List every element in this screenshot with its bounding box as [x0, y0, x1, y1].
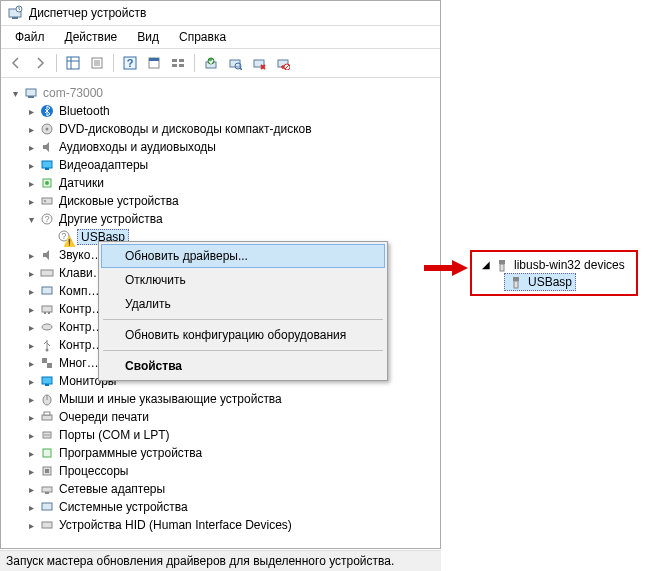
tree-root[interactable]: ▾ com-73000	[5, 84, 436, 102]
tree-item[interactable]: ▸Датчики	[5, 174, 436, 192]
svg-rect-54	[42, 377, 52, 384]
forward-button[interactable]	[29, 52, 51, 74]
collapse-icon[interactable]: ◢	[480, 259, 492, 271]
expand-icon[interactable]: ▸	[25, 429, 37, 441]
tree-item[interactable]: ▸Мыши и иные указывающие устройства	[5, 390, 436, 408]
collapse-icon[interactable]: ▾	[25, 213, 37, 225]
expand-icon[interactable]: ▸	[25, 123, 37, 135]
tree-item[interactable]: ▸Bluetooth	[5, 102, 436, 120]
toolbar-separator	[56, 54, 57, 72]
expand-icon[interactable]: ▸	[25, 375, 37, 387]
tree-item[interactable]: ▸Сетевые адаптеры	[5, 480, 436, 498]
expand-icon[interactable]: ▸	[25, 357, 37, 369]
tree-label: Устройства HID (Human Interface Devices)	[59, 518, 292, 532]
menu-properties[interactable]: Свойства	[101, 354, 385, 378]
menu-help[interactable]: Справка	[169, 28, 236, 46]
device-tree[interactable]: ▾ com-73000 ▸Bluetooth ▸DVD-дисководы и …	[1, 78, 440, 548]
expand-icon[interactable]: ▸	[25, 303, 37, 315]
result-parent-item[interactable]: ◢ libusb-win32 devices	[478, 256, 630, 273]
result-child-item[interactable]: USBasp	[478, 273, 630, 290]
expand-icon[interactable]: ▸	[25, 285, 37, 297]
expand-icon[interactable]: ▸	[25, 339, 37, 351]
tree-label: Очереди печати	[59, 410, 149, 424]
tree-item-other-devices[interactable]: ▾?Другие устройства	[5, 210, 436, 228]
collapse-icon[interactable]: ▾	[9, 87, 21, 99]
tree-item[interactable]: ▸Видеоадаптеры	[5, 156, 436, 174]
tree-label: Дисковые устройства	[59, 194, 179, 208]
tree-label: Контр…	[59, 320, 103, 334]
tree-item[interactable]: ▸Устройства HID (Human Interface Devices…	[5, 516, 436, 534]
expand-icon[interactable]: ▸	[25, 267, 37, 279]
menu-separator	[103, 319, 383, 320]
menu-action[interactable]: Действие	[55, 28, 128, 46]
sound-icon	[39, 247, 55, 263]
tree-item[interactable]: ▸Дисковые устройства	[5, 192, 436, 210]
expand-icon[interactable]: ▸	[25, 177, 37, 189]
expand-icon[interactable]: ▸	[25, 411, 37, 423]
menu-disable[interactable]: Отключить	[101, 268, 385, 292]
svg-rect-59	[44, 412, 50, 415]
show-hide-tree-button[interactable]	[62, 52, 84, 74]
expand-icon[interactable]: ▸	[25, 483, 37, 495]
menu-view[interactable]: Вид	[127, 28, 169, 46]
tree-label: Сетевые адаптеры	[59, 482, 165, 496]
tree-label: Другие устройства	[59, 212, 163, 226]
toolbar: ?	[1, 49, 440, 78]
svg-rect-73	[513, 277, 519, 281]
expand-icon[interactable]: ▸	[25, 141, 37, 153]
ports-icon	[39, 427, 55, 443]
tree-item[interactable]: ▸Очереди печати	[5, 408, 436, 426]
result-arrow-icon	[424, 258, 468, 278]
menubar: Файл Действие Вид Справка	[1, 26, 440, 49]
expand-icon[interactable]: ▸	[25, 195, 37, 207]
tree-label: Мыши и иные указывающие устройства	[59, 392, 282, 406]
tree-label: Контр…	[59, 302, 103, 316]
expand-icon[interactable]: ▸	[25, 393, 37, 405]
view-button[interactable]	[167, 52, 189, 74]
menu-update-drivers[interactable]: Обновить драйверы...	[101, 244, 385, 268]
properties-button[interactable]	[86, 52, 108, 74]
expand-icon[interactable]: ▸	[25, 321, 37, 333]
tree-item[interactable]: ▸Порты (COM и LPT)	[5, 426, 436, 444]
scan-hardware-button[interactable]	[224, 52, 246, 74]
disable-button[interactable]	[272, 52, 294, 74]
tree-item[interactable]: ▸Программные устройства	[5, 444, 436, 462]
other-devices-icon: ?	[39, 211, 55, 227]
svg-rect-64	[43, 449, 51, 457]
expand-icon[interactable]: ▸	[25, 465, 37, 477]
help-button[interactable]: ?	[119, 52, 141, 74]
menu-file[interactable]: Файл	[5, 28, 55, 46]
expand-icon[interactable]: ▸	[25, 105, 37, 117]
svg-rect-69	[42, 503, 52, 510]
tree-label: DVD-дисководы и дисководы компакт-дисков	[59, 122, 312, 136]
expand-icon[interactable]: ▸	[25, 159, 37, 171]
svg-rect-52	[42, 358, 47, 363]
menu-uninstall[interactable]: Удалить	[101, 292, 385, 316]
expand-icon[interactable]: ▸	[25, 501, 37, 513]
tree-label: Контр…	[59, 338, 103, 352]
result-child-label: USBasp	[528, 275, 572, 289]
tree-item[interactable]: ▸Процессоры	[5, 462, 436, 480]
tree-item[interactable]: ▸DVD-дисководы и дисководы компакт-диско…	[5, 120, 436, 138]
action-button[interactable]	[143, 52, 165, 74]
svg-rect-30	[28, 96, 34, 98]
expand-icon[interactable]: ▸	[25, 447, 37, 459]
window-title: Диспетчер устройств	[29, 6, 146, 20]
menu-scan-hardware[interactable]: Обновить конфигурацию оборудования	[101, 323, 385, 347]
expand-icon[interactable]: ▸	[25, 249, 37, 261]
tree-item[interactable]: ▸Аудиовходы и аудиовыходы	[5, 138, 436, 156]
tree-label: Датчики	[59, 176, 104, 190]
update-driver-button[interactable]	[200, 52, 222, 74]
svg-rect-71	[499, 260, 505, 264]
back-button[interactable]	[5, 52, 27, 74]
svg-point-33	[46, 128, 49, 131]
tree-item[interactable]: ▸Системные устройства	[5, 498, 436, 516]
svg-rect-66	[45, 469, 49, 473]
svg-rect-67	[42, 487, 52, 492]
audio-io-icon	[39, 139, 55, 155]
usb-device-icon	[494, 257, 510, 273]
svg-rect-29	[26, 89, 36, 96]
uninstall-button[interactable]	[248, 52, 270, 74]
expand-icon[interactable]: ▸	[25, 519, 37, 531]
svg-rect-44	[41, 270, 53, 276]
